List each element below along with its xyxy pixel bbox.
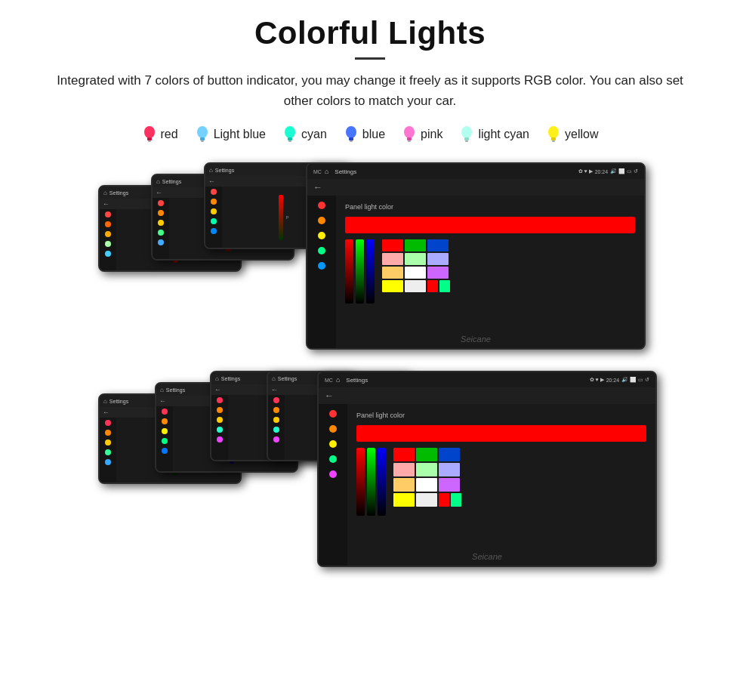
swatch-b-ltgreen[interactable] [416,463,437,476]
time-display: 20:24 [595,169,609,174]
back-arrow-d7[interactable]: ← [214,386,221,393]
sidebar-icon-d6-3 [162,428,168,434]
sidebar-icon-d5-4 [105,449,111,455]
svg-rect-18 [465,140,468,142]
svg-point-4 [197,126,208,138]
swatch-orange[interactable] [382,267,403,279]
settings-label-d1: Settings [109,190,128,196]
bulb-icon-blue [344,125,359,144]
bulb-icon-yellow [546,125,561,144]
panel-light-label-top: Panel light color [345,203,635,211]
slider-red-top[interactable] [345,239,353,304]
back-arrow-d1[interactable]: ← [103,200,109,208]
side-dot-purple-bottom [329,470,337,478]
color-label-lightcyan: light cyan [478,128,529,141]
color-label-red: red [161,128,178,141]
sidebar-icon-d5-3 [105,439,111,446]
side-dot-orange-bottom [329,425,337,433]
description-text: Integrated with 7 colors of button indic… [45,70,695,111]
svg-point-19 [548,126,559,138]
swatch-red[interactable] [382,239,403,251]
status-icons-bottom: ✿ ♥ ▶ [590,377,604,383]
swatch-blue[interactable] [427,239,449,251]
bulb-icon-red [142,125,157,144]
color-label-blue: blue [362,128,385,141]
swatch-b-green[interactable] [416,448,437,461]
sidebar-icon-d5-2 [105,430,111,436]
back-arrow-large-bottom[interactable]: ← [325,390,334,401]
swatch-b-ltblue[interactable] [439,463,460,476]
slider-blue-top[interactable] [366,239,375,304]
home-icon-d3: ⌂ [209,167,213,174]
swatch-r2[interactable] [427,280,438,292]
side-dot-yellow-top [318,232,325,239]
sidebar-icon-d8-3 [273,417,279,423]
swatch-b-yellow[interactable] [393,493,415,507]
control-icons: 🔊 ⬜ ▭ ↺ [610,168,638,174]
slider-blue-bottom[interactable] [378,448,386,516]
swatch-b-pink[interactable] [393,463,415,476]
swatch-white2[interactable] [405,280,426,292]
sidebar-icon-d6-2 [162,418,168,424]
back-arrow-d3[interactable]: ← [208,177,215,185]
swatch-b-orange[interactable] [393,478,415,492]
swatch-white[interactable] [405,267,426,279]
device-large-bottom: MC ⌂ Settings ✿ ♥ ▶ 20:24 🔊 ⬜ ▭ ↺ [317,371,657,567]
svg-rect-20 [551,137,556,140]
slider-red-bottom[interactable] [356,448,365,516]
back-arrow-d6[interactable]: ← [159,397,166,405]
back-arrow-large-top[interactable]: ← [313,182,322,193]
swatch-purple[interactable] [427,267,449,279]
sidebar-icon-d6-4 [162,438,168,444]
swatch-pink[interactable] [382,253,403,265]
selected-color-bar-bottom [356,425,646,442]
back-arrow-d8[interactable]: ← [271,386,278,393]
swatch-b-purple[interactable] [439,478,460,492]
sidebar-icon-d3-5 [211,228,217,234]
bulb-icon-lightblue [195,125,210,144]
back-arrow-d5[interactable]: ← [103,409,109,416]
swatch-ltblue[interactable] [427,253,449,265]
sidebar-icon-5 [105,251,111,257]
device-large-top: MC ⌂ Settings ✿ ♥ ▶ 20:24 🔊 ⬜ ▭ ↺ [306,162,646,350]
sidebar-icon-2 [105,221,111,227]
sidebar-icon-d8-2 [273,407,279,413]
svg-rect-11 [349,137,353,140]
svg-rect-14 [407,137,412,140]
sidebar-icon-d7-5 [217,436,223,443]
sidebar-icon-d7-1 [217,397,223,403]
slider-green-top[interactable] [356,239,364,304]
swatch-yellow[interactable] [382,280,403,292]
swatch-green[interactable] [405,239,426,251]
side-dot-blue-top [318,262,325,270]
page-title: Colorful Lights [30,15,710,51]
svg-point-10 [346,126,356,138]
back-arrow-d2[interactable]: ← [156,189,162,196]
swatch-b-r2[interactable] [439,493,449,507]
svg-rect-8 [288,137,292,140]
sidebar-icon-d6-5 [162,448,168,454]
sidebar-icon-d8-5 [273,436,279,443]
side-dot-orange-top [318,217,325,224]
color-label-cyan: cyan [301,128,327,141]
side-dot-yellow-bottom [329,440,337,448]
swatch-b-g2[interactable] [451,493,461,507]
swatch-b-red[interactable] [393,448,415,461]
swatch-g2[interactable] [439,280,450,292]
sidebar-icon-d7-4 [217,427,223,433]
swatch-b-blue[interactable] [439,448,460,461]
svg-rect-9 [288,140,291,142]
sidebar-icon-d2-3 [158,220,164,226]
settings-label-d6: Settings [166,387,185,393]
settings-label-large-bottom: Settings [346,377,368,384]
swatch-ltgreen[interactable] [405,253,426,265]
sidebar-icon-d3-4 [211,218,217,224]
slider-green-bottom[interactable] [367,448,375,516]
swatch-b-white2[interactable] [416,493,437,507]
sidebar-icon-d5-5 [105,459,111,465]
mc-label-bottom: MC [325,378,333,383]
swatch-b-white[interactable] [416,478,437,492]
side-dot-red-bottom [329,410,337,418]
sidebar-icon-d2-1 [158,200,164,206]
sidebar-icon-4 [105,241,111,247]
